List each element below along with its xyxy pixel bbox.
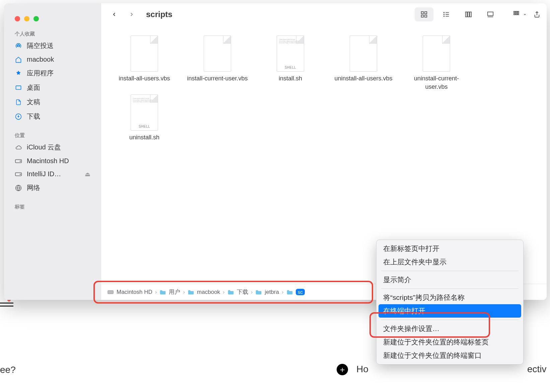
svg-rect-27 bbox=[516, 13, 517, 15]
path-label: 下载 bbox=[237, 288, 248, 296]
forward-button[interactable] bbox=[125, 7, 139, 21]
menu-separator bbox=[381, 288, 519, 289]
view-switcher bbox=[415, 7, 500, 21]
sidebar: 个人收藏 隔空投送 macbook 应用程序 桌面 bbox=[4, 3, 101, 300]
context-menu: 在新标签页中打开 在上层文件夹中显示 显示简介 将“scripts”拷贝为路径名… bbox=[376, 240, 524, 365]
folder-icon bbox=[159, 289, 166, 296]
fullscreen-button[interactable] bbox=[33, 16, 39, 21]
airdrop-icon bbox=[15, 42, 22, 50]
file-item[interactable]: Lorem ipsum dolor sit amet consectetur a… bbox=[254, 36, 327, 91]
sidebar-item-home[interactable]: macbook bbox=[4, 53, 101, 66]
section-locations-header: 位置 bbox=[4, 130, 101, 140]
menu-open-in-terminal[interactable]: 在终端中打开 bbox=[379, 304, 521, 318]
path-seg-macbook[interactable]: macbook bbox=[188, 289, 220, 296]
menu-separator bbox=[381, 320, 519, 320]
file-label: uninstall-current-user.vbs bbox=[403, 74, 470, 91]
path-sep-icon: › bbox=[220, 289, 227, 296]
svg-rect-11 bbox=[425, 15, 427, 17]
sidebar-item-intellij[interactable]: IntelliJ ID… ⏏ bbox=[4, 168, 101, 181]
background-line bbox=[0, 303, 13, 307]
file-label: install-all-users.vbs bbox=[119, 74, 170, 83]
file-item[interactable]: install-current-user.vbs bbox=[181, 36, 254, 91]
column-view-button[interactable] bbox=[459, 7, 478, 21]
svg-rect-20 bbox=[470, 12, 472, 17]
folder-icon bbox=[255, 289, 262, 296]
svg-rect-21 bbox=[488, 12, 493, 15]
svg-rect-25 bbox=[518, 11, 519, 12]
sidebar-item-label: 下载 bbox=[27, 112, 90, 121]
list-view-button[interactable] bbox=[437, 7, 456, 21]
plus-icon[interactable]: ＋ bbox=[337, 364, 348, 375]
file-label: install.sh bbox=[279, 74, 302, 83]
menu-copy-pathname[interactable]: 将“scripts”拷贝为路径名称 bbox=[376, 291, 523, 304]
svg-point-4 bbox=[20, 161, 21, 161]
file-badge: SHELL bbox=[139, 125, 150, 128]
sidebar-item-network[interactable]: 网络 bbox=[4, 181, 101, 195]
menu-show-in-enclosing[interactable]: 在上层文件夹中显示 bbox=[376, 255, 523, 269]
path-seg-scripts[interactable]: sc bbox=[286, 289, 305, 296]
menu-folder-action-setup[interactable]: 文件夹操作设置… bbox=[376, 322, 523, 335]
sidebar-item-label: 文稿 bbox=[27, 97, 90, 107]
sidebar-item-airdrop[interactable]: 隔空投送 bbox=[4, 39, 101, 53]
sidebar-item-label: 应用程序 bbox=[27, 69, 90, 78]
menu-new-terminal-tab-at-folder[interactable]: 新建位于文件夹位置的终端标签页 bbox=[376, 335, 523, 349]
sidebar-item-label: 桌面 bbox=[27, 83, 90, 92]
sidebar-item-label: IntelliJ ID… bbox=[27, 170, 80, 178]
menu-get-info[interactable]: 显示简介 bbox=[376, 273, 523, 286]
path-sep-icon: › bbox=[248, 289, 256, 296]
folder-icon bbox=[286, 289, 293, 296]
sidebar-item-documents[interactable]: 文稿 bbox=[4, 95, 101, 109]
icon-view-button[interactable] bbox=[415, 7, 433, 21]
back-button[interactable] bbox=[107, 7, 121, 21]
path-sep-icon: › bbox=[279, 289, 286, 296]
path-label: sc bbox=[296, 289, 305, 295]
minimize-button[interactable] bbox=[24, 16, 29, 21]
cloud-icon bbox=[15, 144, 22, 151]
toolbar: scripts bbox=[101, 3, 547, 25]
sidebar-item-label: macbook bbox=[27, 56, 90, 63]
gallery-view-button[interactable] bbox=[481, 7, 500, 21]
sidebar-item-apps[interactable]: 应用程序 bbox=[4, 66, 101, 80]
file-icon bbox=[423, 36, 450, 72]
svg-rect-19 bbox=[468, 12, 469, 17]
svg-rect-8 bbox=[421, 11, 423, 13]
path-seg-root[interactable]: Macintosh HD bbox=[107, 289, 152, 296]
svg-rect-24 bbox=[516, 11, 517, 12]
sidebar-item-label: iCloud 云盘 bbox=[27, 143, 90, 152]
disk-icon bbox=[15, 171, 22, 178]
eject-icon[interactable]: ⏏ bbox=[85, 171, 90, 178]
background-text: Ho bbox=[356, 364, 368, 375]
path-sep-icon: › bbox=[180, 289, 188, 296]
file-icon: Lorem ipsum dolor sit amet consectetur a… bbox=[277, 36, 304, 72]
path-label: Macintosh HD bbox=[117, 289, 152, 296]
file-item[interactable]: Lorem ipsum dolor sit amet consectetur a… bbox=[108, 94, 181, 142]
desktop-icon bbox=[15, 84, 22, 91]
path-seg-jetbra[interactable]: jetbra bbox=[255, 289, 279, 296]
sidebar-item-macintosh-hd[interactable]: Macintosh HD bbox=[4, 154, 101, 168]
path-seg-users[interactable]: 用户 bbox=[159, 288, 180, 296]
sidebar-item-icloud[interactable]: iCloud 云盘 bbox=[4, 140, 101, 154]
path-label: macbook bbox=[197, 289, 220, 296]
svg-point-14 bbox=[444, 14, 444, 15]
sidebar-item-label: 隔空投送 bbox=[27, 41, 90, 50]
toolbar-right bbox=[513, 11, 541, 18]
hdd-icon bbox=[107, 289, 114, 296]
close-button[interactable] bbox=[15, 16, 20, 21]
file-item[interactable]: uninstall-all-users.vbs bbox=[327, 36, 400, 91]
file-item[interactable]: uninstall-current-user.vbs bbox=[400, 36, 473, 91]
menu-open-new-tab[interactable]: 在新标签页中打开 bbox=[376, 242, 523, 255]
file-label: uninstall-all-users.vbs bbox=[334, 74, 392, 83]
share-button[interactable] bbox=[533, 11, 541, 18]
sidebar-item-desktop[interactable]: 桌面 bbox=[4, 80, 101, 95]
file-item[interactable]: install-all-users.vbs bbox=[108, 36, 181, 91]
svg-rect-1 bbox=[16, 86, 21, 89]
group-by-button[interactable] bbox=[513, 11, 527, 18]
sidebar-item-downloads[interactable]: 下载 bbox=[4, 109, 101, 124]
svg-point-0 bbox=[18, 45, 19, 47]
svg-rect-26 bbox=[514, 13, 515, 15]
svg-point-12 bbox=[444, 12, 444, 13]
doc-icon bbox=[15, 99, 22, 106]
file-icon bbox=[350, 36, 377, 72]
menu-new-terminal-window-at-folder[interactable]: 新建位于文件夹位置的终端窗口 bbox=[376, 349, 523, 362]
path-seg-downloads[interactable]: 下载 bbox=[227, 288, 248, 296]
